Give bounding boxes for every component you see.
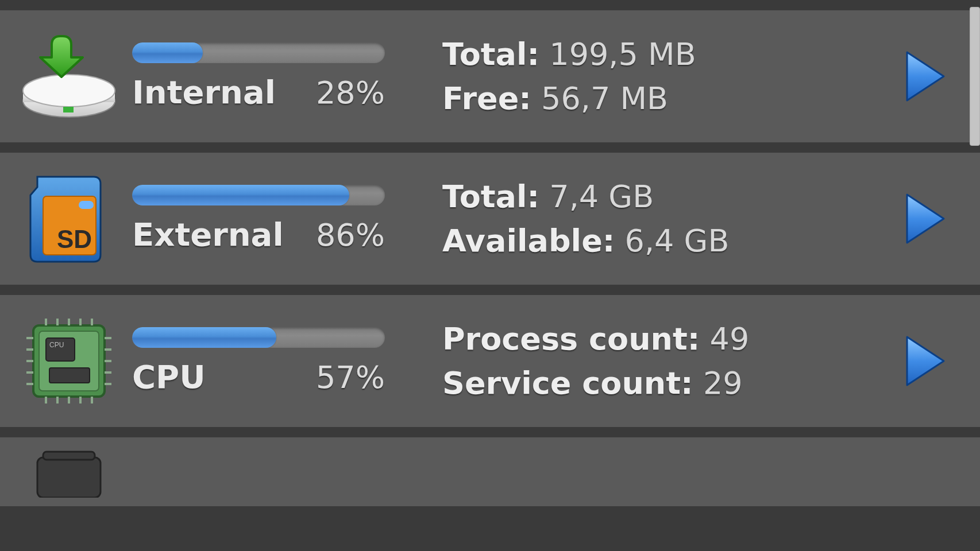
svg-rect-36 [43, 452, 95, 460]
row-next-partial[interactable] [0, 437, 980, 506]
hdd-install-icon [17, 25, 121, 128]
progress-external [132, 185, 385, 205]
detail-arrow-cpu[interactable] [894, 332, 957, 390]
row-cpu-mid: CPU 57% [132, 327, 419, 395]
detail-arrow-internal[interactable] [894, 48, 957, 105]
sd-card-icon: SD [17, 167, 121, 270]
svg-text:SD: SD [57, 225, 92, 253]
svg-rect-35 [37, 457, 101, 498]
device-icon [17, 443, 121, 500]
row-pct: 57% [316, 359, 385, 395]
svg-text:CPU: CPU [49, 341, 64, 349]
svg-point-2 [23, 75, 115, 107]
svg-rect-3 [63, 107, 74, 112]
row-internal[interactable]: Internal 28% Total: 199,5 MB Free: 56,7 … [0, 10, 980, 142]
row-external-stats: Total: 7,4 GB Available: 6,4 GB [442, 179, 894, 259]
svg-rect-13 [49, 368, 90, 383]
svg-marker-34 [907, 337, 944, 385]
svg-rect-6 [79, 201, 94, 209]
row-external[interactable]: SD External 86% Total: 7,4 GB Available:… [0, 153, 980, 285]
detail-arrow-external[interactable] [894, 190, 957, 247]
progress-cpu [132, 327, 385, 348]
row-cpu-stats: Process count: 49 Service count: 29 [442, 321, 894, 401]
row-name: External [132, 216, 284, 253]
row-internal-mid: Internal 28% [132, 42, 419, 111]
svg-marker-4 [907, 52, 944, 100]
play-arrow-icon [902, 190, 948, 247]
row-name: Internal [132, 73, 276, 111]
row-name: CPU [132, 358, 206, 395]
row-external-mid: External 86% [132, 185, 419, 253]
row-internal-stats: Total: 199,5 MB Free: 56,7 MB [442, 36, 894, 117]
row-cpu[interactable]: CPU CPU 57% Process count [0, 295, 980, 427]
row-pct: 28% [316, 75, 385, 111]
play-arrow-icon [902, 48, 948, 105]
play-arrow-icon [902, 332, 948, 390]
progress-internal [132, 42, 385, 63]
row-pct: 86% [316, 217, 385, 253]
system-status-list: Internal 28% Total: 199,5 MB Free: 56,7 … [0, 0, 980, 506]
svg-marker-8 [907, 195, 944, 243]
cpu-chip-icon: CPU [17, 309, 121, 413]
scrollbar-thumb[interactable] [970, 7, 980, 146]
